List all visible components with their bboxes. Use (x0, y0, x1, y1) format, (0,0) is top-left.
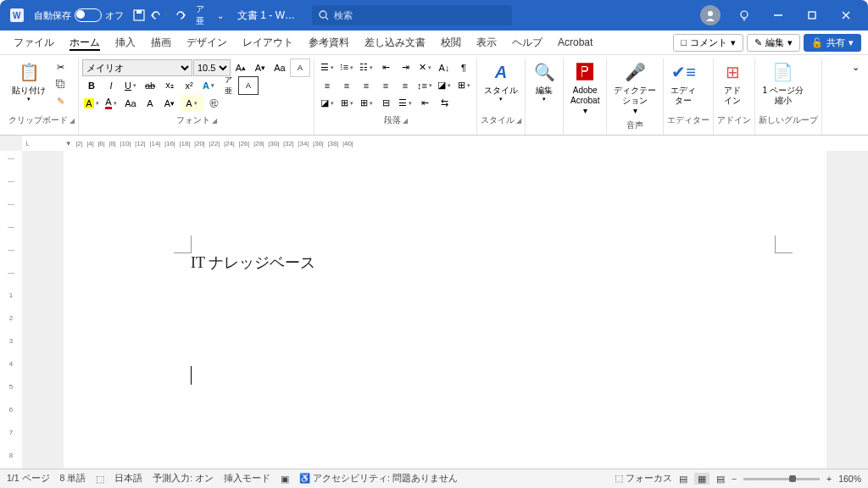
undo-button[interactable] (149, 5, 170, 25)
bullets-button[interactable]: ☰ (318, 59, 337, 76)
character-border-button[interactable]: A (238, 76, 259, 95)
language-status[interactable]: 日本語 (114, 473, 142, 485)
indent-jp-button[interactable]: ⇤ (415, 95, 434, 112)
dictation-button[interactable]: 🎤ディクテーション ▾ (610, 58, 659, 118)
clear-formatting-button[interactable]: A (290, 58, 310, 77)
tab-insert[interactable]: 挿入 (108, 32, 142, 53)
shrink-font-button[interactable]: A▾ (251, 59, 270, 76)
zoom-level[interactable]: 160% (838, 474, 861, 484)
editing-mode-button[interactable]: ✎ 編集 ▾ (747, 34, 800, 52)
highlight-button[interactable]: A (82, 95, 101, 112)
tab-mailings[interactable]: 差し込み文書 (358, 32, 432, 53)
tab-acrobat[interactable]: Acrobat (551, 33, 599, 52)
format-painter-button[interactable]: ✎ (51, 92, 70, 109)
zoom-out-button[interactable]: − (732, 474, 737, 484)
strikethrough-button[interactable]: ab (141, 77, 159, 94)
grow-font-button[interactable]: A▴ (231, 59, 250, 76)
save-button[interactable] (129, 5, 149, 25)
spacing-button[interactable]: ⇆ (435, 95, 453, 112)
circle-enclose-button[interactable]: ㊓ (204, 95, 223, 112)
minimize-button[interactable] (761, 0, 795, 30)
horizontal-ruler[interactable]: L ▼ |2| |4| |6| |8| |10| |12| |14| |16| … (22, 136, 868, 152)
spellcheck-icon[interactable]: ⬚ (96, 474, 104, 484)
qat-phonetic-button[interactable]: ア亜 (190, 5, 210, 25)
page-scroll-area[interactable]: IT ナレッジベース (22, 151, 868, 469)
document-heading[interactable]: IT ナレッジベース (191, 252, 708, 273)
tab-help[interactable]: ヘルプ (505, 32, 549, 53)
editing-button[interactable]: 🔍編集▾ (529, 58, 559, 104)
cut-button[interactable]: ✂ (51, 58, 70, 75)
enclose-characters-button[interactable]: A (141, 95, 159, 112)
decrease-indent-button[interactable]: ⇤ (376, 59, 395, 76)
tab-file[interactable]: ファイル (7, 32, 61, 53)
character-shading-button[interactable]: Aa (121, 95, 140, 112)
dialog-launcher-icon[interactable]: ◢ (403, 117, 408, 125)
dialog-launcher-icon[interactable]: ◢ (212, 117, 217, 125)
dialog-launcher-icon[interactable]: ◢ (70, 117, 75, 125)
show-marks-button[interactable]: ¶ (454, 59, 473, 76)
line-style-button[interactable]: ☰ (396, 95, 415, 112)
bold-button[interactable]: B (82, 77, 101, 94)
tab-layout[interactable]: レイアウト (236, 32, 300, 53)
italic-button[interactable]: I (102, 77, 120, 94)
word-count[interactable]: 8 単語 (60, 473, 86, 485)
tab-home[interactable]: ホーム (63, 32, 107, 53)
shading-button[interactable]: ◪ (435, 77, 453, 94)
maximize-button[interactable] (795, 0, 829, 30)
close-button[interactable] (829, 0, 863, 30)
predictive-input-status[interactable]: 予測入力: オン (153, 473, 214, 485)
styles-button[interactable]: Aスタイル▾ (481, 58, 521, 104)
tab-references[interactable]: 参考資料 (302, 32, 356, 53)
editor-button[interactable]: ✔≡エディター (667, 58, 699, 108)
read-mode-button[interactable]: ▤ (679, 474, 687, 484)
line-spacing-button[interactable]: ↕≡ (415, 77, 434, 94)
zoom-slider[interactable] (743, 478, 820, 480)
fit-text-button[interactable]: A▾ (160, 95, 179, 112)
distribute-button[interactable]: ≡ (396, 77, 415, 94)
align-center-button[interactable]: ≡ (337, 77, 356, 94)
share-button[interactable]: 🔓 共有 ▾ (804, 34, 861, 52)
justify-button[interactable]: ≡ (376, 77, 395, 94)
copy-button[interactable]: ⿻ (51, 75, 70, 92)
tab-draw[interactable]: 描画 (144, 32, 178, 53)
superscript-button[interactable]: x² (180, 77, 198, 94)
shrink-one-page-button[interactable]: 📄1 ページ分縮小 (759, 58, 806, 108)
tips-button[interactable] (727, 0, 761, 30)
tab-review[interactable]: 校閲 (434, 32, 468, 53)
tab-design[interactable]: デザイン (180, 32, 234, 53)
tab-view[interactable]: 表示 (470, 32, 504, 53)
print-layout-button[interactable]: ▦ (694, 473, 709, 485)
autosave-toggle[interactable]: 自動保存 オフ (29, 7, 129, 24)
shading-fill-button[interactable]: ◪ (318, 95, 337, 112)
subscript-button[interactable]: x₂ (160, 77, 179, 94)
vertical-ruler[interactable]: ——————12345678 (0, 151, 23, 469)
collapse-ribbon-button[interactable]: ⌄ (849, 58, 863, 135)
acrobat-button[interactable]: 🅿AdobeAcrobat ▾ (567, 58, 603, 118)
align-right-button[interactable]: ≡ (357, 77, 376, 94)
text-direction-button[interactable]: ⊞ (357, 95, 376, 112)
font-color-button[interactable]: A (102, 95, 120, 112)
borders-button[interactable]: ⊞ (454, 77, 473, 94)
sort-button[interactable]: A↓ (435, 59, 453, 76)
redo-button[interactable] (170, 5, 190, 25)
paste-button[interactable]: 📋貼り付け▾ (8, 58, 49, 104)
focus-mode-button[interactable]: ⬚ フォーカス (615, 473, 672, 485)
web-layout-button[interactable]: ▤ (716, 474, 725, 484)
phonetic-guide-button[interactable]: ア亜 (219, 77, 237, 94)
addin-button[interactable]: ⊞アドイン (717, 58, 748, 108)
change-case-button[interactable]: Aa (270, 59, 289, 76)
qat-customize-button[interactable]: ⌄ (210, 5, 231, 25)
asian-layout-button[interactable]: ✕ (415, 59, 434, 76)
increase-indent-button[interactable]: ⇥ (396, 59, 415, 76)
font-size-combo[interactable]: 10.5 (193, 59, 231, 76)
zoom-in-button[interactable]: + (826, 474, 832, 484)
page-number[interactable]: 1/1 ページ (7, 473, 50, 485)
multilevel-list-button[interactable]: ☷ (357, 59, 376, 76)
macro-icon[interactable]: ▣ (281, 474, 289, 484)
page[interactable]: IT ナレッジベース (64, 151, 826, 469)
accessibility-status[interactable]: ♿ アクセシビリティ: 問題ありません (299, 473, 458, 485)
snap-grid-button[interactable]: ⊟ (376, 95, 395, 112)
text-effects-button[interactable]: A (199, 77, 218, 94)
font-family-combo[interactable]: メイリオ (82, 59, 192, 76)
border-grid-button[interactable]: ⊞ (337, 95, 356, 112)
